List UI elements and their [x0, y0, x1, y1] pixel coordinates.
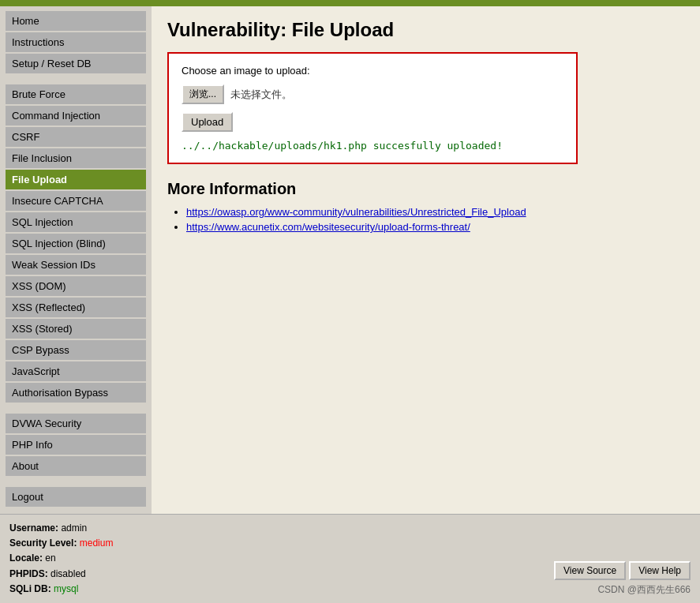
footer-left: Username: admin Security Level: medium L… — [9, 521, 113, 597]
more-info-links: https://owasp.org/www-community/vulnerab… — [167, 206, 684, 233]
sidebar-item-authorisation-bypass[interactable]: Authorisation Bypass — [6, 383, 146, 403]
sidebar-item-javascript[interactable]: JavaScript — [6, 361, 146, 381]
sqlidb-value: mysql — [54, 583, 78, 594]
sidebar-item-insecure-captcha[interactable]: Insecure CAPTCHA — [6, 191, 146, 211]
security-value: medium — [80, 537, 114, 549]
upload-prompt: Choose an image to upload: — [182, 65, 563, 77]
sidebar-item-logout[interactable]: Logout — [6, 487, 146, 507]
upload-button[interactable]: Upload — [182, 112, 233, 132]
file-input-row: 浏览... 未选择文件。 — [182, 84, 563, 104]
browse-button[interactable]: 浏览... — [182, 84, 224, 104]
sidebar-item-xss-dom[interactable]: XSS (DOM) — [6, 276, 146, 296]
sidebar-item-xss-stored[interactable]: XSS (Stored) — [6, 319, 146, 339]
sidebar-item-xss-reflected[interactable]: XSS (Reflected) — [6, 298, 146, 317]
sidebar-item-home[interactable]: Home — [6, 11, 146, 31]
locale-label: Locale: — [9, 552, 43, 564]
sidebar-bot-group: DVWA SecurityPHP InfoAbout — [0, 414, 152, 476]
phpids-value: disabled — [51, 568, 86, 579]
sidebar-item-csp-bypass[interactable]: CSP Bypass — [6, 340, 146, 360]
sidebar-item-about[interactable]: About — [6, 456, 146, 476]
file-label: 未选择文件。 — [230, 88, 292, 102]
locale-value: en — [45, 552, 55, 564]
phpids-label: PHPIDS: — [9, 568, 48, 579]
footer: Username: admin Security Level: medium L… — [0, 514, 700, 603]
watermark: CSDN @西西先生666 — [597, 583, 691, 597]
footer-right: View Source View Help CSDN @西西先生666 — [554, 561, 691, 597]
sidebar-item-setup[interactable]: Setup / Reset DB — [6, 54, 146, 73]
sqlidb-label: SQLi DB: — [9, 583, 51, 594]
sidebar-item-weak-session-ids[interactable]: Weak Session IDs — [6, 255, 146, 275]
sidebar-item-instructions[interactable]: Instructions — [6, 32, 146, 52]
sidebar-item-sql-injection-blind[interactable]: SQL Injection (Blind) — [6, 234, 146, 253]
sidebar-item-dvwa-security[interactable]: DVWA Security — [6, 414, 146, 433]
more-info-link[interactable]: https://owasp.org/www-community/vulnerab… — [186, 206, 526, 218]
sidebar-item-file-upload[interactable]: File Upload — [6, 170, 146, 189]
sidebar-item-command-injection[interactable]: Command Injection — [6, 106, 146, 125]
username-value: admin — [61, 522, 87, 534]
footer-buttons: View Source View Help — [554, 561, 691, 580]
username-label: Username: — [9, 522, 58, 534]
sidebar-item-php-info[interactable]: PHP Info — [6, 435, 146, 455]
sidebar-top-group: HomeInstructionsSetup / Reset DB — [0, 11, 152, 73]
more-info-title: More Information — [167, 180, 684, 198]
sidebar-mid-group: Brute ForceCommand InjectionCSRFFile Inc… — [0, 84, 152, 403]
more-info-section: More Information https://owasp.org/www-c… — [167, 180, 684, 233]
sidebar-item-brute-force[interactable]: Brute Force — [6, 84, 146, 104]
more-info-link[interactable]: https://www.acunetix.com/websitesecurity… — [186, 221, 470, 233]
sidebar-logout-group: Logout — [0, 487, 152, 507]
view-help-button[interactable]: View Help — [629, 561, 691, 580]
success-message: ../../hackable/uploads/hk1.php succesful… — [182, 140, 563, 152]
security-label: Security Level: — [9, 537, 77, 549]
page-title: Vulnerability: File Upload — [167, 19, 684, 41]
view-source-button[interactable]: View Source — [554, 561, 626, 580]
sidebar-item-file-inclusion[interactable]: File Inclusion — [6, 148, 146, 168]
upload-box: Choose an image to upload: 浏览... 未选择文件。 … — [167, 52, 578, 164]
sidebar-item-sql-injection[interactable]: SQL Injection — [6, 212, 146, 232]
sidebar-item-csrf[interactable]: CSRF — [6, 127, 146, 147]
